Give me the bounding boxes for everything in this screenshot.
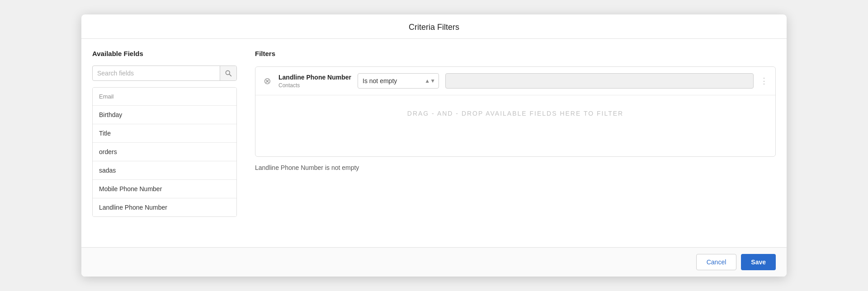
remove-icon: ⊗ — [264, 75, 271, 86]
field-item-label: Landline Phone Number — [99, 204, 167, 211]
filter-summary: Landline Phone Number is not empty — [255, 164, 776, 171]
modal-body: Available Fields Email Birthday — [81, 39, 787, 247]
svg-line-1 — [229, 74, 231, 76]
list-item[interactable]: orders — [93, 143, 236, 161]
right-panel: Filters ⊗ Landline Phone Number Contacts… — [255, 50, 776, 236]
field-item-label: Email — [99, 93, 114, 100]
list-item[interactable]: Birthday — [93, 106, 236, 124]
field-item-label: Mobile Phone Number — [99, 185, 162, 192]
drop-zone-text: DRAG - AND - DROP AVAILABLE FIELDS HERE … — [407, 110, 623, 117]
list-item[interactable]: Email — [93, 88, 236, 106]
modal-footer: Cancel Save — [81, 247, 787, 277]
drop-zone: DRAG - AND - DROP AVAILABLE FIELDS HERE … — [255, 95, 775, 131]
list-item[interactable]: Landline Phone Number — [93, 198, 236, 216]
field-item-label: orders — [99, 148, 117, 155]
list-item[interactable]: Title — [93, 124, 236, 143]
drag-handle-icon[interactable]: ⋮ — [760, 76, 768, 86]
field-item-label: sadas — [99, 167, 116, 174]
criteria-filters-modal: Criteria Filters Available Fields Email — [81, 14, 787, 277]
cancel-button[interactable]: Cancel — [696, 254, 737, 270]
filter-condition-wrapper: Is empty Is not empty Equals Contains St… — [358, 73, 439, 89]
remove-filter-button[interactable]: ⊗ — [263, 75, 272, 87]
filter-row: ⊗ Landline Phone Number Contacts Is empt… — [255, 67, 775, 95]
search-input[interactable] — [93, 66, 220, 80]
filter-value-input[interactable] — [445, 73, 754, 89]
modal-title: Criteria Filters — [409, 23, 459, 32]
save-button[interactable]: Save — [741, 254, 776, 270]
list-item[interactable]: sadas — [93, 161, 236, 180]
filter-field-title: Landline Phone Number — [278, 73, 351, 81]
search-button[interactable] — [220, 66, 236, 80]
list-item[interactable]: Mobile Phone Number — [93, 180, 236, 198]
left-panel: Available Fields Email Birthday — [92, 50, 237, 236]
search-icon — [225, 70, 232, 77]
filters-label: Filters — [255, 50, 776, 57]
field-item-label: Title — [99, 130, 111, 137]
filter-field-category: Contacts — [278, 82, 351, 89]
search-box — [92, 66, 237, 81]
filter-condition-select[interactable]: Is empty Is not empty Equals Contains St… — [358, 73, 439, 89]
field-item-label: Birthday — [99, 111, 122, 118]
filters-area: ⊗ Landline Phone Number Contacts Is empt… — [255, 66, 776, 157]
filter-field-name: Landline Phone Number Contacts — [278, 73, 351, 88]
modal-header: Criteria Filters — [81, 14, 787, 39]
available-fields-label: Available Fields — [92, 50, 237, 57]
fields-list: Email Birthday Title orders sadas Mobile… — [92, 87, 237, 217]
